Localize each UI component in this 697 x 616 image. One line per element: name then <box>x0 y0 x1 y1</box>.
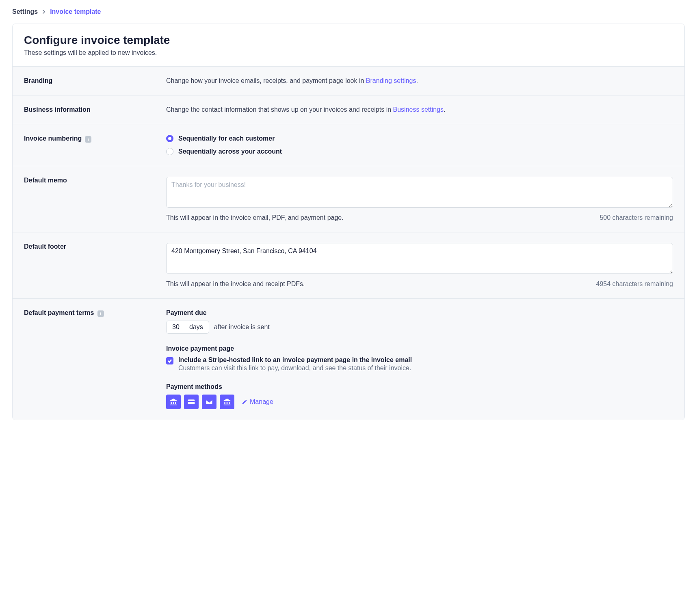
memo-helper: This will appear in the invoice email, P… <box>166 214 344 221</box>
business-content: Change the contact information that show… <box>166 106 673 113</box>
invoice-payment-page-label: Invoice payment page <box>166 345 673 352</box>
page-subtitle: These settings will be applied to new in… <box>24 49 673 56</box>
panel-header: Configure invoice template These setting… <box>13 24 684 67</box>
page-title: Configure invoice template <box>24 34 673 47</box>
numbering-label: Invoice numbering i <box>24 135 166 155</box>
days-unit: days <box>189 323 203 331</box>
business-settings-link[interactable]: Business settings <box>393 106 444 113</box>
payment-terms-section: Default payment terms i Payment due 30 d… <box>13 299 684 420</box>
radio-label: Sequentially across your account <box>178 148 282 155</box>
branding-section: Branding Change how your invoice emails,… <box>13 67 684 95</box>
memo-textarea[interactable] <box>166 177 673 208</box>
memo-label: Default memo <box>24 177 166 221</box>
branding-content: Change how your invoice emails, receipts… <box>166 77 673 85</box>
include-link-checkbox[interactable] <box>166 357 173 364</box>
info-icon[interactable]: i <box>85 136 91 143</box>
business-section: Business information Change the contact … <box>13 95 684 124</box>
payment-due-label: Payment due <box>166 309 673 317</box>
memo-section: Default memo This will appear in the inv… <box>13 166 684 232</box>
days-input[interactable]: 30 days <box>166 321 209 334</box>
footer-label: Default footer <box>24 243 166 288</box>
branding-label: Branding <box>24 77 166 85</box>
radio-icon <box>166 148 173 155</box>
breadcrumb-current: Invoice template <box>50 8 101 15</box>
payment-terms-label: Default payment terms i <box>24 309 166 409</box>
business-desc-suffix: . <box>444 106 445 113</box>
manage-label: Manage <box>250 398 273 406</box>
mail-icon <box>202 395 216 409</box>
numbering-radio-group: Sequentially for each customer Sequentia… <box>166 135 673 155</box>
footer-remaining: 4954 characters remaining <box>596 280 673 288</box>
payment-terms-label-text: Default payment terms <box>24 309 94 317</box>
days-value: 30 <box>172 323 182 331</box>
chevron-right-icon <box>42 9 46 15</box>
check-icon <box>167 358 172 363</box>
numbering-option-per-customer[interactable]: Sequentially for each customer <box>166 135 673 142</box>
business-label: Business information <box>24 106 166 113</box>
branding-settings-link[interactable]: Branding settings <box>366 77 416 84</box>
pencil-icon <box>242 399 247 405</box>
radio-icon <box>166 135 173 142</box>
numbering-section: Invoice numbering i Sequentially for eac… <box>13 124 684 166</box>
bank-icon <box>166 395 181 409</box>
numbering-label-text: Invoice numbering <box>24 135 82 142</box>
svg-rect-1 <box>188 401 195 402</box>
footer-textarea[interactable] <box>166 243 673 274</box>
numbering-option-across-account[interactable]: Sequentially across your account <box>166 148 673 155</box>
breadcrumb: Settings Invoice template <box>12 8 685 15</box>
manage-link[interactable]: Manage <box>242 398 273 406</box>
memo-remaining: 500 characters remaining <box>600 214 673 221</box>
checkbox-label: Include a Stripe-hosted link to an invoi… <box>178 356 412 364</box>
checkbox-description: Customers can visit this link to pay, do… <box>178 364 412 372</box>
card-icon <box>184 395 199 409</box>
settings-panel: Configure invoice template These setting… <box>12 24 685 420</box>
info-icon[interactable]: i <box>97 310 104 317</box>
breadcrumb-parent[interactable]: Settings <box>12 8 38 15</box>
branding-desc-prefix: Change how your invoice emails, receipts… <box>166 77 366 84</box>
branding-desc-suffix: . <box>416 77 418 84</box>
footer-section: Default footer This will appear in the i… <box>13 232 684 299</box>
after-invoice-text: after invoice is sent <box>214 323 270 331</box>
radio-label: Sequentially for each customer <box>178 135 275 142</box>
payment-methods-label: Payment methods <box>166 383 673 390</box>
business-desc-prefix: Change the contact information that show… <box>166 106 393 113</box>
bank-icon <box>220 395 234 409</box>
footer-helper: This will appear in the invoice and rece… <box>166 280 305 288</box>
